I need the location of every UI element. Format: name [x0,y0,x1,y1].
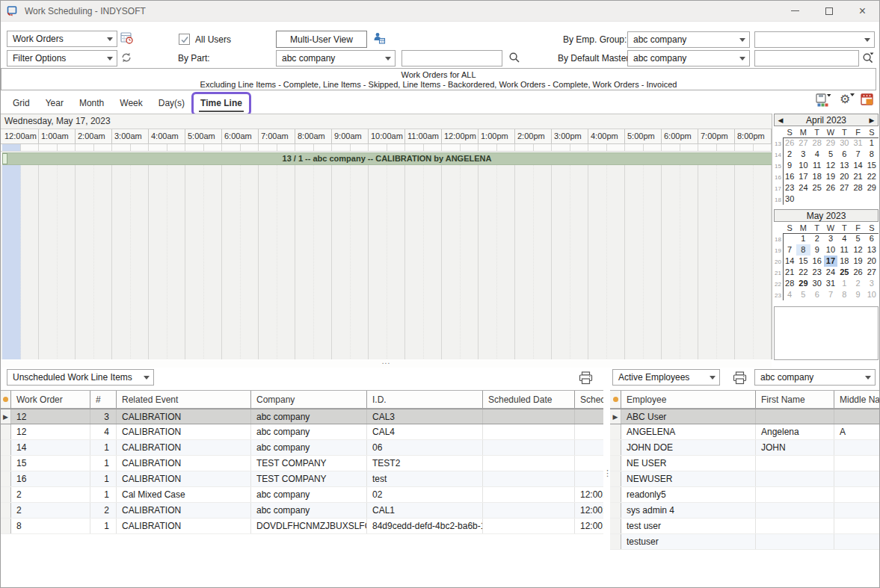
timeline-slot[interactable] [662,165,680,359]
timeline-slot[interactable] [534,165,553,359]
column-header-middle-na[interactable]: Middle Na [834,391,880,408]
calendar-day[interactable]: 28 [783,278,796,289]
calendar-day[interactable]: 16 [783,171,796,182]
table-row[interactable]: testuser [610,534,880,550]
calendar-day[interactable]: 20 [837,171,851,182]
calendar-day[interactable]: 3 [824,233,837,244]
calendar-day[interactable]: 15 [796,256,810,267]
goto-date-calendar-icon[interactable] [861,93,875,107]
calendar-day[interactable]: 4 [810,149,824,160]
timeline-slot[interactable] [222,165,241,359]
column-header-employee[interactable]: Employee [621,391,756,408]
calendar-day[interactable]: 27 [796,137,810,149]
calendar-day[interactable]: 12 [851,244,864,256]
part-search-input[interactable] [401,50,502,66]
calendar-day[interactable]: 21 [783,267,796,278]
timeline-slot[interactable] [754,165,772,359]
calendar-day[interactable]: 6 [837,149,851,160]
event-resize-handle[interactable] [2,153,7,164]
calendar-day[interactable]: 19 [851,256,864,267]
column-header-work-order[interactable]: Work Order [11,391,90,408]
timeline-slot[interactable] [369,165,387,359]
tab-week[interactable]: Week [118,95,144,112]
print-employees-icon[interactable] [733,371,747,385]
timeline-slot[interactable] [21,165,40,359]
calendar-day[interactable]: 1 [865,137,879,149]
calendar-day[interactable]: 26 [824,182,837,194]
calendar-day[interactable]: 31 [851,137,864,149]
multi-user-calendar-icon[interactable] [372,31,386,45]
search-dropdown-icon[interactable] [862,52,874,64]
calendar-day[interactable]: 17 [796,171,810,182]
calendar-day[interactable]: 29 [865,182,879,194]
multi-user-view-button[interactable]: Multi-User View [276,31,367,48]
calendar-day[interactable]: 23 [783,182,796,194]
calendar-day[interactable]: 7 [783,244,796,256]
calendar-day[interactable]: 19 [824,171,837,182]
calendar-day[interactable]: 28 [851,182,864,194]
close-button[interactable]: × [846,1,879,21]
refresh-icon[interactable] [120,52,132,64]
timeline-slot[interactable] [314,165,333,359]
timeline-slot[interactable] [479,165,497,359]
emp-group-secondary-select[interactable] [754,31,875,48]
calendar-day[interactable]: 24 [824,267,837,278]
table-row[interactable]: ANGELENAAngelenaA [610,424,880,440]
column-header-first-name[interactable]: First Name [756,391,834,408]
calendar-day[interactable]: 1 [796,233,810,244]
calendar-day[interactable]: 6 [810,289,824,300]
default-master-search-input[interactable] [754,50,859,66]
timeline-slot[interactable] [58,165,76,359]
calendar-day[interactable]: 28 [810,137,824,149]
gear-icon[interactable]: ⚙ [840,93,850,105]
calendar-day[interactable]: 14 [783,256,796,267]
timeline-slot[interactable] [387,165,406,359]
timeline-slot[interactable] [717,165,736,359]
mode-select[interactable]: Work Orders [7,31,117,47]
calendar-day[interactable]: 3 [865,278,879,289]
calendar-day[interactable]: 2 [851,278,864,289]
calendar-day[interactable]: 8 [837,289,851,300]
timeline-slot[interactable] [112,165,131,359]
timeline-slot[interactable] [277,165,296,359]
calendar-day[interactable]: 14 [851,160,864,171]
timeline-slot[interactable] [552,165,570,359]
calendar-day[interactable]: 13 [837,160,851,171]
tab-year[interactable]: Year [44,95,65,112]
table-row[interactable]: NE USER [610,456,880,471]
timeline-slot[interactable] [461,165,479,359]
calendar-day[interactable]: 26 [783,137,796,149]
calendar-day[interactable]: 29 [796,278,810,289]
tab-grid[interactable]: Grid [11,95,31,112]
table-row[interactable]: 21Cal Mixed Caseabc company0212:00:0 [1,487,606,503]
schedule-calendar-icon[interactable] [120,31,133,44]
calendar-day[interactable]: 2 [783,149,796,160]
calendar-day[interactable]: 5 [824,149,837,160]
timeline-slot[interactable] [2,165,21,359]
timeline-event-bar[interactable]: 13 / 1 -- abc company -- CALIBRATION by … [2,152,772,165]
calendar-day[interactable]: 3 [796,149,810,160]
table-row[interactable]: NEWUSER [610,471,880,487]
tab-month[interactable]: Month [78,95,105,112]
calendar-day[interactable]: 7 [824,289,837,300]
calendar-day[interactable]: 24 [796,182,810,194]
calendar-day[interactable]: 26 [851,267,864,278]
horizontal-splitter[interactable]: ... [1,359,772,368]
timeline-slot[interactable] [149,165,167,359]
table-row[interactable]: readonly5 [610,487,880,503]
timeline-slot[interactable] [680,165,699,359]
calendar-day[interactable]: 30 [837,137,851,149]
calendar-day[interactable]: 10 [796,160,810,171]
calendar-day[interactable]: 8 [796,244,810,256]
calendar-day[interactable]: 11 [810,160,824,171]
timeline-slot[interactable] [131,165,150,359]
timeline-slot[interactable] [588,165,607,359]
timeline-slot[interactable] [698,165,717,359]
prev-month-icon[interactable]: ◀ [775,117,787,124]
calendar-day[interactable]: 6 [865,233,879,244]
calendar-day[interactable]: 9 [851,289,864,300]
calendar-day[interactable]: 17 [824,256,837,267]
table-row[interactable]: 141CALIBRATIONabc company06 [1,440,606,456]
calendar-day[interactable]: 8 [865,149,879,160]
timeline-slot[interactable] [351,165,369,359]
